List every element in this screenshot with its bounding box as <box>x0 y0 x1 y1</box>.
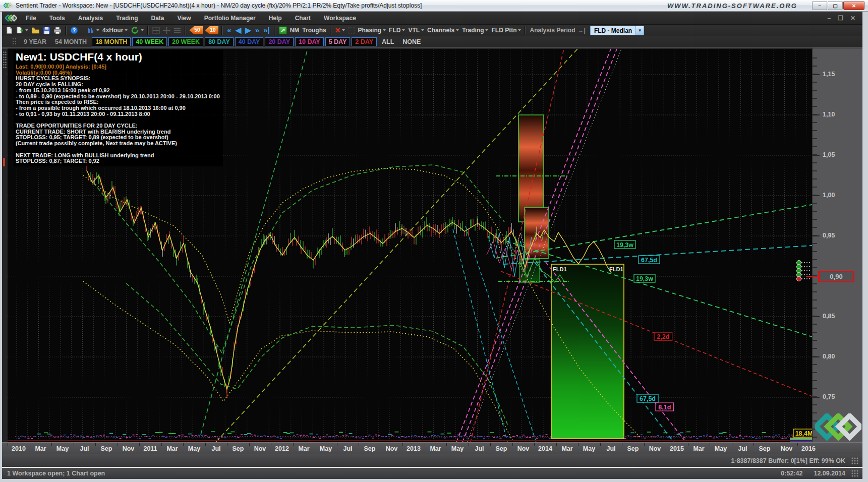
minimize-button[interactable]: – <box>812 2 827 10</box>
phasing-label: Phasing <box>358 27 381 34</box>
refresh-button[interactable] <box>129 25 145 35</box>
resize-grip[interactable] <box>851 470 858 477</box>
close-button[interactable]: ✕ <box>843 2 864 10</box>
print-button[interactable] <box>52 25 63 35</box>
fld-label: FLD <box>389 27 400 34</box>
go-first-button[interactable]: « <box>225 26 233 35</box>
cycle-button-5-day[interactable]: 5 DAY <box>325 37 351 46</box>
play-button[interactable]: ▶ <box>243 26 253 35</box>
cycle-button-18-month[interactable]: 18 MONTH <box>92 37 131 46</box>
date-axis-label: Mar <box>430 445 441 452</box>
cycle-button-9-year[interactable]: 9 YEAR <box>20 37 50 46</box>
menu-portfolio-manager[interactable]: Portfolio Manager <box>198 13 262 24</box>
go-last-button[interactable]: »| <box>261 26 272 35</box>
step-back-button[interactable]: ◀ <box>234 26 244 35</box>
date-axis-tick <box>271 443 271 446</box>
svg-text:8,1d: 8,1d <box>658 404 671 411</box>
cycle-period-row: 9 YEAR54 MONTH18 MONTH40 WEEK20 WEEK80 D… <box>2 36 862 48</box>
menu-workspace[interactable]: Workspace <box>317 13 363 24</box>
date-axis-label: Mar <box>693 445 704 452</box>
date-axis-tick <box>161 443 162 446</box>
cycle-button-54-month[interactable]: 54 MONTH <box>51 37 90 46</box>
vtl-label: VTL <box>408 27 420 34</box>
title-bar[interactable]: Sentient Trader - Workspace: New - [USDC… <box>0 0 868 12</box>
date-axis-tick <box>337 443 337 446</box>
troughs-toggle[interactable]: Troughs <box>301 25 327 35</box>
cycle-button-10-day[interactable]: 10 DAY <box>295 37 324 46</box>
date-axis-tick <box>754 443 754 446</box>
back-10-bars-button[interactable]: 10 <box>205 26 218 34</box>
menu-tools[interactable]: Tools <box>43 13 72 24</box>
fld-dropdown[interactable]: FLD <box>387 25 407 35</box>
cycle-button-40-day[interactable]: 40 DAY <box>235 37 264 46</box>
back-50-bars-button[interactable]: 50 <box>189 26 203 34</box>
menu-bar: FileToolsAnalysisTradingDataViewPortfoli… <box>2 12 862 25</box>
menu-analysis[interactable]: Analysis <box>72 13 109 24</box>
cycle-button-80-day[interactable]: 80 DAY <box>205 37 234 46</box>
channels-dropdown[interactable]: Channels <box>426 25 460 35</box>
maximize-button[interactable]: ▢ <box>828 2 843 10</box>
mdi-minimize-button[interactable]: – <box>827 15 831 22</box>
cycle-button-2-day[interactable]: 2 DAY <box>352 37 377 46</box>
menu-help[interactable]: Help <box>262 13 288 24</box>
price-axis-label: 1,00 <box>823 192 835 199</box>
fld-pattern-dropdown[interactable]: FLD Pttn <box>490 25 523 35</box>
resize-grip[interactable] <box>851 457 858 464</box>
chevron-down-icon <box>342 29 345 31</box>
move-chart-button[interactable] <box>161 25 172 35</box>
menu-data[interactable]: Data <box>144 13 170 24</box>
nm-toggle[interactable]: NM <box>288 25 301 35</box>
date-axis-label: May <box>451 445 464 452</box>
help-button[interactable]: ? <box>69 25 80 35</box>
date-axis-label: Mar <box>35 445 46 452</box>
chart-heading: New1: USDCHF(4 x hour) <box>16 51 220 63</box>
cycle-button-20-week[interactable]: 20 WEEK <box>168 37 203 46</box>
date-axis-label: Sep <box>364 445 376 452</box>
chevron-down-icon <box>141 29 144 31</box>
analysis-period-button[interactable]: Analysis Period →| <box>528 25 587 35</box>
menu-file[interactable]: File <box>19 13 43 24</box>
date-axis-tick <box>359 443 359 446</box>
trading-dropdown[interactable]: Trading <box>460 25 490 35</box>
cycle-button-none[interactable]: NONE <box>399 37 424 46</box>
mdi-restore-button[interactable]: ❐ <box>838 15 843 22</box>
delete-analysis-button[interactable]: ✕ <box>333 25 347 35</box>
fld-median-selector[interactable]: FLD - Median ▼ <box>590 26 644 35</box>
price-axis-label: 0,95 <box>823 232 835 239</box>
app-logo-icon-small <box>5 15 17 22</box>
arrange-windows-button[interactable] <box>151 25 161 35</box>
mdi-close-button[interactable]: ✕ <box>850 15 855 22</box>
nominal-model-button[interactable]: ↗ <box>277 25 288 35</box>
chevron-down-icon[interactable]: ▼ <box>636 26 644 35</box>
vtl-dropdown[interactable]: VTL <box>407 25 426 35</box>
open-button[interactable] <box>30 25 41 35</box>
chart-style-button[interactable] <box>85 25 101 35</box>
date-axis-tick <box>51 443 52 446</box>
red-x-icon: ✕ <box>335 26 341 34</box>
menu-view[interactable]: View <box>171 13 198 24</box>
cycle-button-all[interactable]: ALL <box>378 37 397 46</box>
date-axis-label: Nov <box>781 445 793 452</box>
list-view-button[interactable] <box>172 25 183 35</box>
step-forward-button[interactable]: » <box>253 26 261 35</box>
cycle-button-20-day[interactable]: 20 DAY <box>265 37 294 46</box>
phasing-dropdown[interactable]: Phasing <box>356 25 387 35</box>
date-axis-label: May <box>320 445 332 452</box>
toolbar-grip[interactable] <box>12 38 17 46</box>
cycle-button-40-week[interactable]: 40 WEEK <box>132 37 167 46</box>
new-chart-button[interactable] <box>4 25 15 35</box>
date-axis[interactable]: 2010MarMayJulSepNov2011MarMayJulSepNov20… <box>2 442 862 454</box>
timeframe-dropdown[interactable]: 4xHour <box>101 25 129 35</box>
date-axis-tick <box>95 443 96 446</box>
date-axis-label: Sep <box>101 445 112 452</box>
selection-box-button[interactable] <box>346 25 356 35</box>
troughs-label: Troughs <box>302 27 326 34</box>
date-axis-tick <box>578 443 578 446</box>
printer-icon <box>53 27 62 34</box>
price-axis-panel[interactable]: 1,151,101,051,000,950,850,800,75 <box>812 48 862 442</box>
menu-trading[interactable]: Trading <box>109 13 144 24</box>
menu-chart[interactable]: Chart <box>288 13 317 24</box>
save-button[interactable] <box>41 25 52 35</box>
new-item-button[interactable] <box>15 25 30 35</box>
chevron-down-icon <box>485 29 488 31</box>
